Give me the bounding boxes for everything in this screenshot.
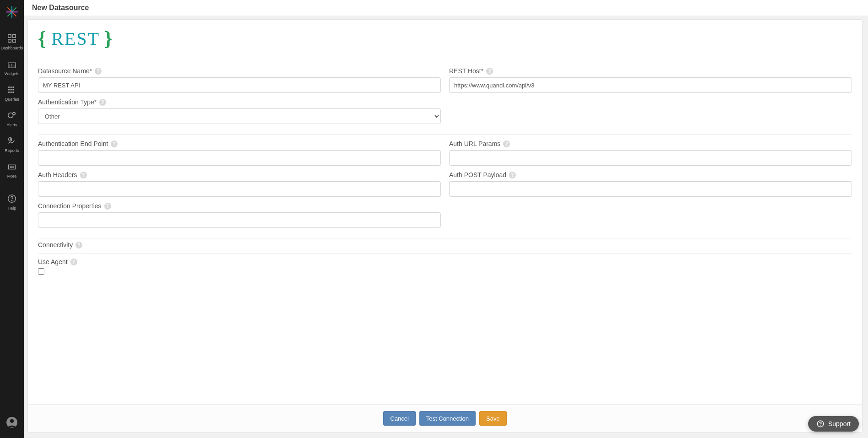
datasource-card: { REST } Datasource Name* ? xyxy=(27,19,863,433)
svg-point-14 xyxy=(13,87,14,88)
auth-post-payload-input[interactable] xyxy=(449,181,852,197)
rest-host-input[interactable] xyxy=(449,77,852,93)
svg-rect-4 xyxy=(8,35,11,38)
svg-point-12 xyxy=(9,87,10,88)
auth-type-label: Authentication Type* xyxy=(38,98,96,106)
support-icon xyxy=(816,420,825,428)
section-separator xyxy=(38,253,852,254)
support-label: Support xyxy=(828,420,851,427)
sidebar-item-reports[interactable]: Reports xyxy=(0,131,24,157)
sidebar-item-widgets[interactable]: Widgets xyxy=(0,54,24,80)
sidebar: Dashboards Widgets Queries Alerts Report… xyxy=(0,0,24,438)
svg-point-33 xyxy=(820,425,820,426)
content: { REST } Datasource Name* ? xyxy=(24,16,868,438)
brace-right-icon: } xyxy=(104,29,113,49)
section-separator xyxy=(38,134,852,135)
svg-point-16 xyxy=(11,89,11,90)
user-avatar[interactable] xyxy=(0,411,24,434)
help-icon[interactable]: ? xyxy=(104,203,111,210)
connection-properties-label: Connection Properties xyxy=(38,202,102,210)
use-agent-checkbox[interactable] xyxy=(38,268,44,275)
help-icon[interactable]: ? xyxy=(486,68,493,75)
brace-left-icon: { xyxy=(38,29,47,49)
svg-point-20 xyxy=(13,92,14,93)
svg-point-25 xyxy=(10,167,11,168)
logo-icon xyxy=(5,5,19,19)
svg-rect-7 xyxy=(13,39,16,42)
more-icon xyxy=(6,161,17,172)
svg-point-29 xyxy=(11,200,12,201)
card-footer: Cancel Test Connection Save xyxy=(28,404,862,432)
svg-rect-5 xyxy=(13,35,16,38)
alerts-icon xyxy=(6,110,17,121)
auth-url-params-label: Auth URL Params xyxy=(449,140,500,147)
reports-icon xyxy=(6,135,17,146)
datasource-name-input[interactable] xyxy=(38,77,441,93)
sidebar-item-label: Dashboards xyxy=(1,46,23,50)
auth-headers-label: Auth Headers xyxy=(38,171,77,178)
card-header: { REST } xyxy=(28,20,862,58)
sidebar-item-help[interactable]: Help xyxy=(0,189,24,214)
topbar: New Datasource xyxy=(24,0,868,16)
sidebar-item-label: Queries xyxy=(5,97,19,102)
page-title: New Datasource xyxy=(32,4,89,12)
help-icon[interactable]: ? xyxy=(111,141,118,147)
cancel-button[interactable]: Cancel xyxy=(383,411,415,426)
main: New Datasource { REST } Datasource Name* xyxy=(24,0,868,438)
auth-url-params-input[interactable] xyxy=(449,150,852,166)
widgets-icon xyxy=(6,59,17,70)
auth-post-payload-label: Auth POST Payload xyxy=(449,171,506,178)
queries-icon xyxy=(6,84,17,95)
auth-endpoint-input[interactable] xyxy=(38,150,441,166)
sidebar-item-alerts[interactable]: Alerts xyxy=(0,105,24,131)
connection-properties-input[interactable] xyxy=(38,212,441,228)
datasource-name-label: Datasource Name* xyxy=(38,67,92,75)
sidebar-item-more[interactable]: More xyxy=(0,157,24,182)
svg-point-15 xyxy=(9,89,10,90)
help-icon[interactable]: ? xyxy=(99,99,106,106)
app-logo[interactable] xyxy=(0,0,24,24)
help-icon xyxy=(6,193,17,204)
sidebar-item-label: More xyxy=(7,174,17,178)
dashboards-icon xyxy=(6,33,17,44)
auth-headers-input[interactable] xyxy=(38,181,441,197)
test-connection-button[interactable]: Test Connection xyxy=(419,411,476,426)
help-icon[interactable]: ? xyxy=(509,172,516,178)
help-icon[interactable]: ? xyxy=(75,242,82,249)
svg-rect-6 xyxy=(8,39,11,42)
card-body: Datasource Name* ? REST Host* ? xyxy=(28,58,862,404)
support-button[interactable]: Support xyxy=(808,416,859,432)
help-icon[interactable]: ? xyxy=(80,172,87,178)
rest-logo-text: REST xyxy=(51,28,100,49)
help-icon[interactable]: ? xyxy=(70,259,77,265)
sidebar-item-label: Alerts xyxy=(6,123,17,127)
rest-host-label: REST Host* xyxy=(449,67,483,75)
svg-point-26 xyxy=(11,167,12,168)
svg-point-18 xyxy=(9,92,10,93)
svg-point-19 xyxy=(11,92,11,93)
help-icon[interactable]: ? xyxy=(95,68,102,75)
section-separator xyxy=(38,238,852,238)
svg-point-21 xyxy=(8,113,13,118)
auth-endpoint-label: Authentication End Point xyxy=(38,140,108,147)
auth-type-select[interactable]: Other xyxy=(38,108,441,124)
sidebar-item-queries[interactable]: Queries xyxy=(0,80,24,105)
sidebar-item-label: Help xyxy=(8,206,16,211)
svg-point-22 xyxy=(13,113,16,115)
sidebar-item-label: Widgets xyxy=(5,71,20,76)
svg-point-31 xyxy=(10,419,14,423)
svg-point-27 xyxy=(13,167,14,168)
svg-point-17 xyxy=(13,89,14,90)
rest-logo: { REST } xyxy=(38,28,113,49)
svg-point-13 xyxy=(11,87,11,88)
connectivity-label: Connectivity xyxy=(38,241,73,249)
use-agent-label: Use Agent xyxy=(38,258,68,265)
sidebar-item-dashboards[interactable]: Dashboards xyxy=(0,28,24,54)
help-icon[interactable]: ? xyxy=(503,141,510,147)
sidebar-item-label: Reports xyxy=(5,148,19,153)
save-button[interactable]: Save xyxy=(479,411,507,426)
